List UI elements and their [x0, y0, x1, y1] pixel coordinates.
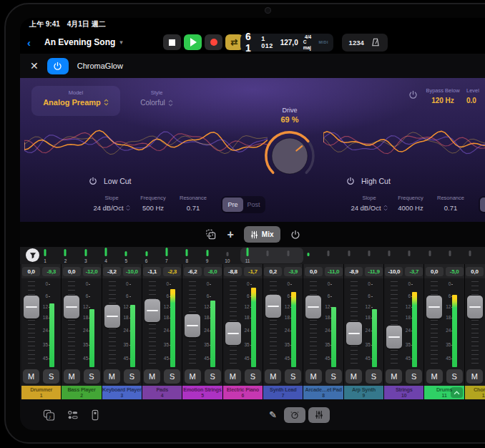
fader-value: 0,0 [22, 267, 40, 276]
low-cut-resonance[interactable]: Resonance 0.71 [175, 195, 212, 212]
count-in-button[interactable]: 1234 [349, 39, 364, 47]
track-name-label[interactable]: Drummer1 [21, 386, 61, 399]
high-cut-slope[interactable]: Slope 24 dB/Oct [349, 195, 389, 212]
fader-handle[interactable] [386, 326, 402, 349]
high-cut-pre-post-segment: Pre Post [479, 196, 485, 213]
mute-button[interactable]: M [265, 369, 281, 384]
pencil-icon[interactable]: ✎ [269, 409, 277, 420]
strip-value-row: -8,8-1,7 [223, 264, 263, 278]
channel-led-cell [258, 247, 278, 264]
metronome-icon[interactable] [371, 37, 381, 47]
solo-button[interactable]: S [43, 369, 59, 384]
fader-handle[interactable] [185, 314, 200, 337]
mute-button[interactable]: M [346, 369, 362, 384]
fader-handle[interactable] [467, 296, 483, 318]
fader-handle[interactable] [426, 296, 442, 318]
mute-button[interactable]: M [104, 369, 120, 384]
fader-handle[interactable] [346, 322, 362, 345]
solo-button[interactable]: S [124, 369, 140, 384]
mute-button[interactable]: M [185, 369, 201, 384]
mute-button[interactable]: M [426, 369, 443, 384]
pre-button[interactable]: Pre [480, 198, 485, 212]
bypass-power-icon[interactable] [408, 90, 418, 99]
track-name-label[interactable]: Strings10 [384, 386, 423, 399]
track-name-label[interactable]: Pads4 [142, 386, 182, 399]
stop-button[interactable] [163, 34, 181, 50]
mute-button[interactable]: M [305, 369, 322, 384]
solo-button[interactable]: S [446, 369, 463, 384]
track-name-label[interactable]: Arcade…et Pad8 [303, 386, 343, 399]
controls-view-button[interactable] [284, 407, 305, 423]
solo-button[interactable]: S [285, 369, 301, 384]
solo-button[interactable]: S [245, 369, 261, 384]
high-cut-frequency[interactable]: Frequency 4000 Hz [393, 195, 428, 212]
fader-handle[interactable] [144, 299, 160, 322]
front-camera [265, 8, 270, 13]
mute-button[interactable]: M [386, 369, 402, 384]
paste-settings-button[interactable] [205, 228, 217, 240]
track-name: Keyboard Player [102, 387, 142, 393]
level-control[interactable]: Level 0.0 [466, 87, 485, 104]
style-selector[interactable]: Style Colorful [127, 89, 186, 107]
solo-button[interactable]: S [325, 369, 342, 384]
track-name-label[interactable]: Drums11 [424, 386, 464, 399]
fader-handle[interactable] [64, 296, 79, 318]
track-number: 12 [465, 393, 485, 399]
close-icon[interactable]: ✕ [30, 60, 39, 72]
plugin-power-button[interactable] [47, 58, 69, 74]
fader-handle[interactable] [305, 296, 321, 318]
high-cut-resonance[interactable]: Resonance 0.71 [432, 195, 469, 212]
mix-view-button[interactable]: Mix [244, 226, 280, 243]
post-button[interactable]: Post [243, 198, 264, 212]
song-title-menu[interactable]: An Evening Song ▾ [44, 37, 123, 47]
track-name-label[interactable]: Synth Lead7 [263, 386, 303, 399]
mute-button[interactable]: M [466, 369, 483, 384]
mute-button[interactable]: M [225, 369, 241, 384]
model-selector[interactable]: Model Analog Preamp [31, 86, 120, 116]
solo-button[interactable]: S [84, 369, 100, 384]
low-cut-frequency[interactable]: Frequency 500 Hz [135, 195, 171, 212]
low-cut-power-icon[interactable] [89, 177, 97, 185]
record-button[interactable] [205, 34, 222, 50]
solo-button[interactable]: S [164, 369, 180, 384]
stepper-icon [126, 205, 130, 211]
solo-button[interactable]: S [205, 369, 221, 384]
solo-button[interactable]: S [406, 369, 422, 384]
pre-button[interactable]: Pre [222, 198, 243, 212]
channel-strip-icon[interactable] [91, 409, 99, 421]
loop-browser-icon[interactable]: ♪ [43, 409, 55, 421]
mute-button[interactable]: M [23, 369, 39, 384]
add-track-button[interactable]: + [227, 228, 233, 241]
meter-scale-label: 0 [41, 281, 50, 286]
channel-led-cell: 2 [55, 247, 75, 264]
bypass-below-control[interactable]: Bypass Below 120 Hz [421, 87, 465, 104]
mute-button[interactable]: M [144, 369, 160, 384]
lcd-display[interactable]: 6 1 1 012 127,0 4/4 C maj MIDI [240, 34, 333, 52]
back-chevron-icon[interactable]: ‹ [27, 36, 31, 49]
track-name-label[interactable]: Electric Piano6 [223, 386, 263, 399]
track-name-label[interactable]: Keyboard Player3 [102, 386, 142, 399]
browser-icon[interactable] [67, 409, 79, 421]
high-cut-power-icon[interactable] [346, 177, 355, 185]
fader-handle[interactable] [104, 305, 120, 328]
level-label: Level [466, 87, 485, 94]
playhead-position-sub: 1 012 [261, 35, 275, 49]
drive-knob[interactable] [258, 124, 322, 188]
mixer-power-button[interactable] [290, 230, 300, 240]
track-collapse-button[interactable] [451, 387, 463, 398]
meter-scale-label: 18 [243, 315, 252, 320]
solo-button[interactable]: S [366, 369, 382, 384]
meter-scale-label: 24 [122, 328, 131, 333]
meter-scale-label: 0 [202, 281, 211, 286]
fader-handle[interactable] [225, 322, 241, 345]
track-name-label[interactable]: Chorus V12 [465, 386, 485, 399]
fader-handle[interactable] [24, 296, 39, 318]
mixer-view-button[interactable] [308, 407, 330, 423]
track-name-label[interactable]: Bass Player2 [62, 386, 101, 399]
track-name-label[interactable]: Arp Synth9 [344, 386, 383, 399]
mute-button[interactable]: M [64, 369, 80, 384]
fader-handle[interactable] [265, 295, 281, 318]
track-name-label[interactable]: Emotion Strings5 [182, 386, 222, 399]
low-cut-slope[interactable]: Slope 24 dB/Oct [92, 195, 132, 212]
play-button[interactable] [184, 34, 202, 50]
